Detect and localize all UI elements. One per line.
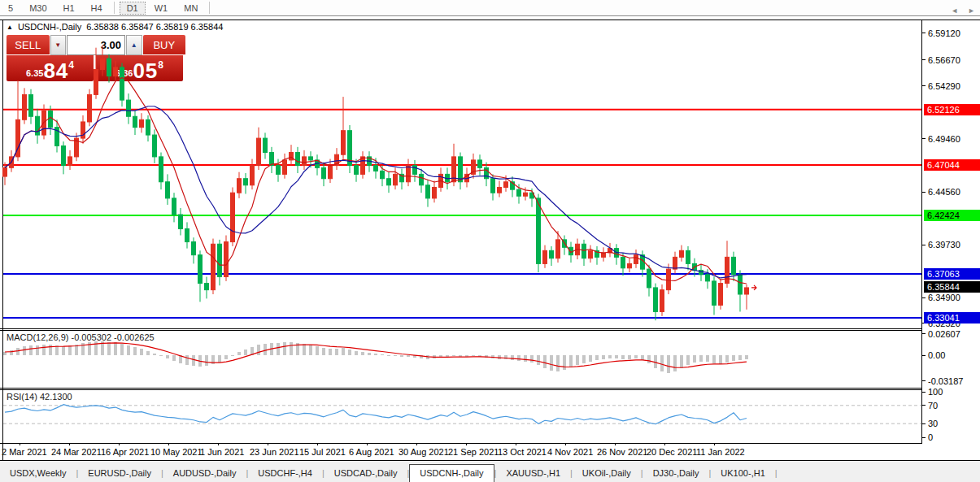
- timeframe-button-5[interactable]: 5: [1, 2, 20, 15]
- macd-histogram-bar: [452, 355, 455, 356]
- macd-histogram-bar: [602, 355, 605, 359]
- candle-down: [244, 173, 248, 193]
- symbol-tab-uk100-h1[interactable]: UK100-,H1: [711, 465, 774, 482]
- candle-down: [738, 270, 743, 311]
- date-tick-mark: [218, 443, 219, 445]
- pane-splitter-rsi-top[interactable]: [0, 388, 921, 389]
- axis-tick-dash: [921, 437, 926, 438]
- macd-histogram-bar: [407, 355, 410, 357]
- timeframe-button-mn[interactable]: MN: [176, 2, 205, 15]
- pane-splitter-macd-top[interactable]: [0, 328, 921, 329]
- macd-histogram-bar: [342, 348, 345, 355]
- symbol-tab-xauusd-h1[interactable]: XAUUSD-,H1: [496, 465, 570, 482]
- date-label: 2 Mar 2021: [2, 447, 47, 457]
- symbol-tab-audusd-daily[interactable]: AUDUSD-,Daily: [163, 465, 246, 482]
- candle-up: [433, 180, 437, 202]
- macd-histogram-bar: [589, 355, 592, 362]
- trading-terminal-window: 5M30H1H4D1W1MN ▲ USDCNH-,Daily 6.35838 6…: [0, 0, 980, 482]
- ma-fast-line: [5, 78, 747, 284]
- current-price-label: 6.35844: [924, 281, 980, 293]
- symbol-tab-dj30-daily[interactable]: DJ30-,Daily: [643, 465, 709, 482]
- level-price-label: 6.52126: [924, 104, 980, 115]
- rsi-pane[interactable]: [0, 390, 921, 443]
- macd-histogram-bar: [394, 355, 397, 356]
- macd-histogram-bar: [725, 355, 729, 363]
- date-label: 30 Aug 2021: [399, 447, 449, 457]
- candle-down: [387, 172, 391, 193]
- timeframe-button-w1[interactable]: W1: [147, 2, 176, 15]
- macd-histogram-bar: [745, 355, 748, 359]
- toolbar-separator: [209, 2, 211, 14]
- date-label: 1 Jun 2021: [200, 447, 244, 457]
- candle-up: [472, 154, 476, 179]
- symbol-tab-usdchf-h4[interactable]: USDCHF-,H4: [248, 465, 322, 482]
- macd-histogram-bar: [3, 352, 7, 355]
- timeframe-button-h4[interactable]: H4: [84, 2, 110, 15]
- macd-histogram-bar: [543, 355, 547, 368]
- symbol-tab-ukoil-daily[interactable]: UKOil-,Daily: [573, 465, 641, 482]
- macd-histogram-bar: [712, 355, 716, 363]
- macd-histogram-bar: [595, 355, 599, 360]
- tab-scroll-left-icon[interactable]: ◄: [951, 7, 958, 15]
- macd-histogram-bar: [290, 342, 293, 355]
- tab-scroll-right-icon[interactable]: ►: [968, 7, 975, 15]
- date-tick-mark: [119, 443, 120, 445]
- macd-histogram-bar: [524, 355, 527, 362]
- date-label: 15 Jul 2021: [299, 447, 346, 457]
- date-label: 21 Sep 2021: [448, 447, 499, 457]
- candle-up: [335, 148, 339, 170]
- macd-histogram-bar: [322, 348, 325, 355]
- candle-down: [264, 132, 268, 158]
- macd-histogram-bar: [303, 344, 306, 355]
- macd-histogram-bar: [660, 355, 664, 371]
- macd-histogram-bar: [530, 355, 534, 363]
- macd-histogram-bar: [368, 353, 371, 355]
- symbol-tab-eurusd-daily[interactable]: EURUSD-,Daily: [78, 465, 161, 482]
- candle-up: [94, 48, 98, 99]
- macd-histogram-bar: [29, 345, 33, 355]
- macd-histogram-bar: [387, 355, 390, 356]
- rsi-tick-label: 30: [921, 419, 938, 429]
- macd-histogram-bar: [185, 355, 189, 365]
- candle-up: [719, 279, 723, 310]
- macd-histogram-bar: [120, 344, 124, 355]
- timeframe-button-m30[interactable]: M30: [22, 2, 54, 15]
- axis-tick-dash: [921, 85, 926, 86]
- date-tick-mark: [168, 443, 169, 445]
- axis-tick-dash: [921, 392, 926, 393]
- macd-histogram-bar: [329, 349, 332, 355]
- macd-histogram-bar: [231, 355, 234, 356]
- macd-histogram-bar: [133, 347, 137, 355]
- candle-down: [29, 89, 33, 124]
- timeframe-button-h1[interactable]: H1: [56, 2, 82, 15]
- candle-up: [75, 132, 79, 161]
- date-label: 24 Mar 2021: [51, 447, 102, 457]
- macd-histogram-bar: [511, 355, 514, 360]
- axis-tick-dash: [921, 405, 926, 406]
- candle-up: [211, 239, 216, 294]
- macd-histogram-bar: [316, 346, 319, 355]
- date-tick-mark: [466, 443, 467, 445]
- symbol-tab-usdcad-daily[interactable]: USDCAD-,Daily: [324, 465, 407, 482]
- candle-down: [153, 129, 157, 163]
- macd-histogram-bar: [264, 344, 267, 355]
- macd-histogram-bar: [42, 345, 46, 355]
- symbol-tab-usdcnh-daily[interactable]: USDCNH-,Daily: [409, 464, 494, 482]
- macd-histogram-bar: [114, 342, 117, 355]
- date-axis[interactable]: 2 Mar 202124 Mar 202116 Apr 202110 May 2…: [0, 445, 921, 458]
- macd-histogram-bar: [16, 348, 20, 355]
- symbol-tab-usdx-weekly[interactable]: USDX,Weekly: [0, 465, 76, 482]
- price-chart-pane[interactable]: [0, 20, 921, 328]
- macd-histogram-bar: [628, 355, 631, 359]
- candle-up: [23, 88, 27, 124]
- rsi-tick-label: 100: [921, 387, 943, 397]
- candle-down: [413, 160, 417, 182]
- candle-up: [673, 252, 677, 274]
- macd-pane[interactable]: [0, 331, 921, 388]
- candle-up: [224, 236, 229, 281]
- timeframe-button-d1[interactable]: D1: [120, 2, 146, 15]
- candle-down: [699, 265, 703, 281]
- candle-up: [303, 150, 307, 170]
- macd-histogram-bar: [283, 342, 286, 355]
- macd-histogram-bar: [159, 355, 163, 356]
